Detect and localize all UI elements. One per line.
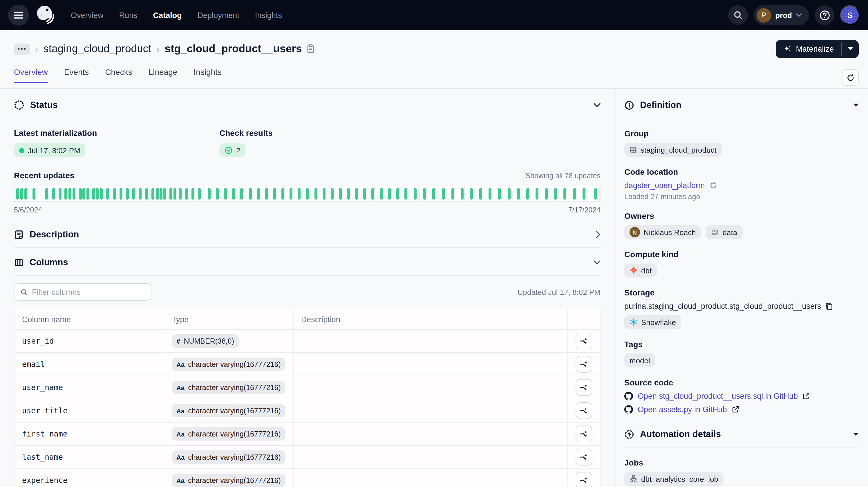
nav-overview[interactable]: Overview xyxy=(71,11,103,20)
definition-section-title: Definition xyxy=(640,100,847,110)
tags-block: Tags model xyxy=(624,340,859,367)
job-pill[interactable]: dbt_analytics_core_job xyxy=(624,472,723,486)
tab-events[interactable]: Events xyxy=(64,67,89,83)
recent-updates-summary: Showing all 78 updates xyxy=(525,172,600,180)
group-pill[interactable]: staging_cloud_product xyxy=(624,143,722,157)
storage-platform-pill[interactable]: Snowflake xyxy=(624,315,681,329)
tab-overview[interactable]: Overview xyxy=(14,67,48,83)
table-row: last_name Aacharacter varying(16777216) xyxy=(14,446,600,469)
column-lineage-icon xyxy=(580,453,588,461)
owners-block: Owners N Nicklaus Roach data xyxy=(624,211,859,239)
automation-collapse-button[interactable] xyxy=(853,432,859,436)
tab-checks[interactable]: Checks xyxy=(105,67,132,83)
compute-kind-value: dbt xyxy=(641,266,652,275)
timeline-end-date: 7/17/2024 xyxy=(568,206,600,214)
user-avatar[interactable]: S xyxy=(840,5,860,25)
tab-lineage[interactable]: Lineage xyxy=(149,67,178,83)
owners-label: Owners xyxy=(624,211,859,220)
nav-deployment[interactable]: Deployment xyxy=(197,11,239,20)
chevron-down-icon xyxy=(594,103,600,108)
check-results-label: Check results xyxy=(219,128,425,138)
source-code-block: Source code Open stg_cloud_product__user… xyxy=(624,378,859,414)
dagster-logo[interactable] xyxy=(35,4,57,26)
latest-materialization-cell: Latest materialization Jul 17, 8:02 PM xyxy=(14,128,219,157)
definition-collapse-button[interactable] xyxy=(853,103,859,107)
nav-runs[interactable]: Runs xyxy=(119,11,137,20)
snowflake-icon xyxy=(629,318,638,326)
breadcrumb-group-link[interactable]: staging_cloud_product xyxy=(43,42,151,55)
hamburger-menu-button[interactable] xyxy=(8,5,29,26)
check-results-pill[interactable]: 2 xyxy=(219,143,245,157)
column-lineage-icon xyxy=(580,337,588,345)
group-name: staging_cloud_product xyxy=(641,145,717,154)
code-location-block: Code location dagster_open_platform Load… xyxy=(624,167,859,201)
column-name-cell: user_name xyxy=(14,376,164,399)
materialize-button[interactable]: Materialize xyxy=(775,40,841,58)
description-expand-button[interactable] xyxy=(596,231,600,238)
automation-section-header: Automation details xyxy=(624,429,859,439)
column-lineage-button[interactable] xyxy=(576,449,592,465)
code-location-link[interactable]: dagster_open_platform xyxy=(624,181,705,190)
jobs-label: Jobs xyxy=(624,458,859,467)
recent-updates-timeline[interactable] xyxy=(14,186,600,202)
column-lineage-button[interactable] xyxy=(576,333,592,349)
help-button[interactable] xyxy=(815,5,834,25)
refresh-icon xyxy=(846,73,855,82)
columns-section-title: Columns xyxy=(30,257,588,268)
environment-avatar: P xyxy=(756,8,771,22)
tag-pill[interactable]: model xyxy=(624,354,655,367)
column-lineage-button[interactable] xyxy=(576,472,592,487)
text-type-icon: Aa xyxy=(176,384,185,391)
materialize-dropdown-button[interactable] xyxy=(842,40,859,58)
column-description-cell xyxy=(293,469,568,487)
search-button[interactable] xyxy=(728,5,748,25)
source-code-label: Source code xyxy=(624,378,859,387)
column-description-cell xyxy=(293,422,568,446)
column-lineage-button[interactable] xyxy=(576,425,592,442)
filter-columns-input[interactable] xyxy=(32,287,145,296)
question-mark-icon xyxy=(819,9,830,21)
source-code-sql-link[interactable]: Open stg_cloud_product__users.sql in Git… xyxy=(638,392,798,400)
refresh-definition-button[interactable] xyxy=(842,69,859,86)
column-lineage-button[interactable] xyxy=(576,379,592,396)
breadcrumb-overflow-button[interactable]: ••• xyxy=(14,43,30,54)
description-section-header: Description xyxy=(14,229,600,240)
chevron-down-icon xyxy=(796,13,802,17)
column-lineage-button[interactable] xyxy=(576,402,592,419)
columns-collapse-button[interactable] xyxy=(594,260,600,265)
copy-asset-name-button[interactable] xyxy=(306,44,315,53)
tab-insights[interactable]: Insights xyxy=(193,67,222,83)
storage-block: Storage purina.staging_cloud_product.stg… xyxy=(624,288,859,329)
reload-code-location-button[interactable] xyxy=(710,182,717,189)
dagster-asset-page: Overview Runs Catalog Deployment Insight… xyxy=(0,0,868,487)
text-type-icon: Aa xyxy=(176,454,185,461)
text-type-icon: Aa xyxy=(176,407,185,414)
status-section-title: Status xyxy=(30,100,588,110)
search-icon xyxy=(20,288,28,296)
divider xyxy=(14,247,600,248)
divider xyxy=(624,118,859,118)
compute-kind-pill[interactable]: dbt xyxy=(624,264,657,277)
column-type-pill: Aacharacter varying(16777216) xyxy=(172,450,285,464)
nav-catalog[interactable]: Catalog xyxy=(153,11,182,20)
asset-header: ••• › staging_cloud_product › stg_cloud_… xyxy=(0,30,868,67)
caret-down-icon xyxy=(853,432,859,436)
table-row: experience Aacharacter varying(16777216) xyxy=(14,469,600,487)
job-name: dbt_analytics_core_job xyxy=(641,475,718,483)
description-section-title: Description xyxy=(30,229,590,240)
column-lineage-button[interactable] xyxy=(576,356,592,373)
refresh-icon xyxy=(710,182,717,189)
chevron-right-icon xyxy=(596,231,600,238)
source-code-assets-link[interactable]: Open assets.py in GitHub xyxy=(638,405,727,414)
table-row: user_name Aacharacter varying(16777216) xyxy=(14,376,600,399)
owner-user-pill[interactable]: N Nicklaus Roach xyxy=(624,225,701,239)
automation-sensor-icon xyxy=(624,429,634,439)
columns-toolbar: Updated Jul 17, 8:02 PM xyxy=(14,283,600,301)
latest-materialization-pill[interactable]: Jul 17, 8:02 PM xyxy=(14,143,86,157)
nav-insights[interactable]: Insights xyxy=(255,11,282,20)
column-description-cell xyxy=(293,399,568,422)
copy-storage-path-button[interactable] xyxy=(825,302,833,310)
status-collapse-button[interactable] xyxy=(594,103,600,108)
environment-switcher[interactable]: P prod xyxy=(754,5,809,25)
owner-team-pill[interactable]: data xyxy=(706,225,743,239)
